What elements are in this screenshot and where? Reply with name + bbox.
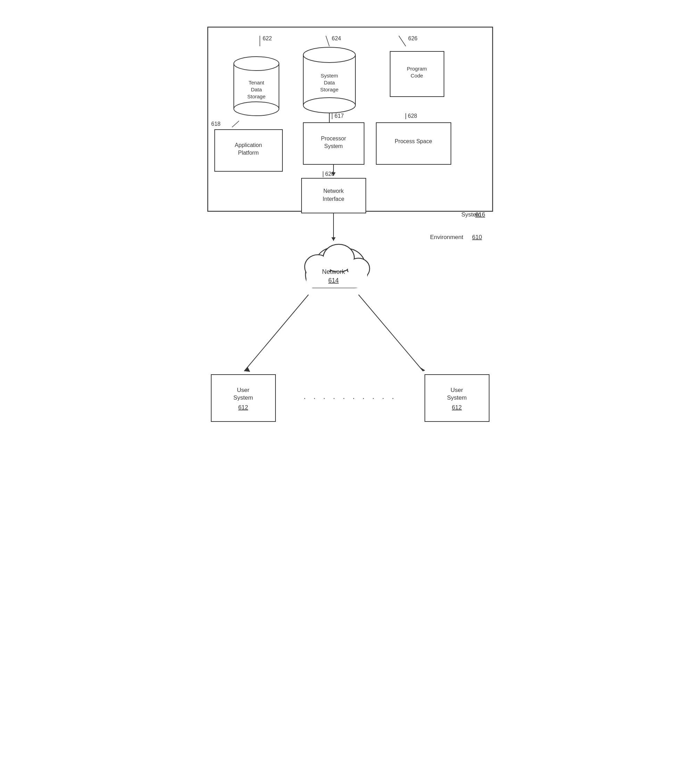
diagram-svg: System 616 622 Tenant Data Storage 624 S… — [177, 17, 524, 774]
network-interface-number: 620 — [325, 171, 335, 177]
app-platform-number: 618 — [211, 121, 221, 127]
svg-marker-20 — [332, 237, 336, 241]
processor-system-number: 617 — [335, 113, 344, 119]
program-code-number: 626 — [408, 35, 418, 42]
tenant-storage-label3: Storage — [247, 93, 265, 99]
user-system-right-label2: System — [447, 394, 467, 401]
diagram-container: System 616 622 Tenant Data Storage 624 S… — [177, 3, 524, 774]
user-system-left-number: 612 — [238, 404, 248, 411]
app-platform-label2: Platform — [238, 150, 259, 156]
processor-system-label2: System — [324, 143, 343, 149]
network-interface-box — [302, 178, 366, 213]
process-space-number: 628 — [408, 113, 417, 119]
tenant-storage-label2: Data — [251, 87, 262, 92]
user-system-right-number: 612 — [452, 404, 461, 411]
user-system-right-label: User — [450, 387, 463, 394]
svg-point-11 — [303, 98, 355, 113]
system-storage-label: System — [320, 73, 338, 78]
user-system-left-label: User — [237, 387, 250, 394]
system-storage-number: 624 — [332, 35, 341, 42]
dots-label: . . . . . . . . . . — [303, 392, 397, 401]
tenant-storage-number: 622 — [263, 35, 272, 42]
environment-label: Environment — [430, 234, 463, 240]
app-platform-label: Application — [235, 142, 262, 148]
svg-marker-30 — [244, 367, 250, 372]
system-storage-label3: Storage — [320, 87, 338, 92]
network-number: 614 — [328, 277, 338, 284]
network-interface-label: Network — [323, 188, 344, 194]
network-label: Network — [322, 268, 345, 275]
system-storage-label2: Data — [324, 80, 335, 85]
svg-line-29 — [358, 295, 423, 371]
environment-number: 610 — [472, 234, 482, 240]
svg-point-5 — [234, 102, 279, 116]
network-interface-label2: Interface — [322, 196, 344, 202]
svg-line-28 — [244, 295, 308, 371]
program-code-label2: Code — [411, 73, 423, 78]
processor-system-label: Processor — [321, 135, 346, 142]
user-system-left-label2: System — [233, 394, 253, 401]
program-code-label: Program — [407, 66, 427, 72]
system-number: 616 — [475, 211, 485, 218]
tenant-storage-label: Tenant — [248, 80, 264, 85]
process-space-label: Process Space — [395, 138, 432, 144]
network-cloud: Network 614 — [305, 244, 370, 288]
